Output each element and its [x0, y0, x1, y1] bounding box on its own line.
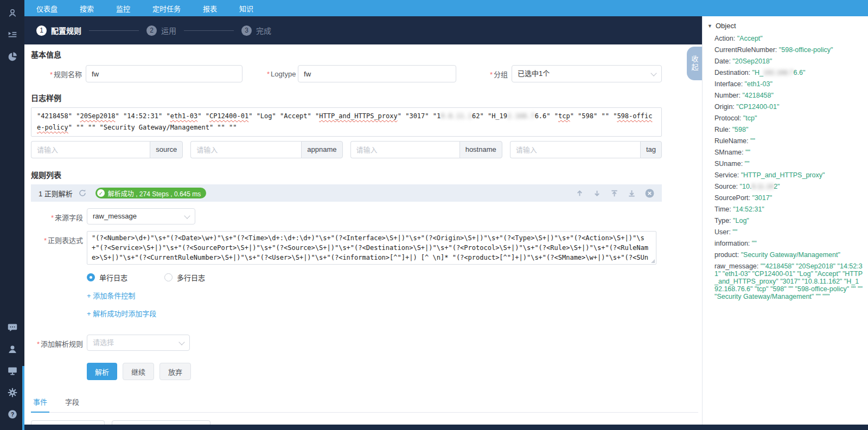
regex-textarea[interactable]: "(?<Number>\d+)"\s+"(?<Date>\w+)"\s+"(?<… [87, 231, 656, 265]
menu-list-icon[interactable] [0, 24, 24, 46]
source-input[interactable] [31, 141, 150, 158]
entry-key: raw_message: [714, 262, 761, 270]
tag-input[interactable] [510, 141, 640, 158]
move-down-icon[interactable] [593, 189, 601, 197]
nav-tab-定时任务[interactable]: 定时任务 [152, 3, 181, 14]
log-text: 62" "H_19 [472, 112, 507, 120]
log-text: "4218458" " [37, 112, 80, 120]
help-icon[interactable]: ? [0, 403, 24, 425]
close-icon[interactable] [645, 189, 654, 198]
log-text: " "598" "" " [570, 112, 617, 120]
rule-list-title: 规则列表 [31, 169, 702, 180]
add-condition-link[interactable]: + 添加条件控制 [87, 290, 702, 300]
chat-icon[interactable] [0, 317, 24, 338]
object-entry-SourcePort: SourcePort: "3017" [714, 194, 863, 202]
continue-button[interactable]: 继续 [123, 363, 154, 380]
chevron-down-icon [178, 339, 184, 345]
nav-tab-仪表盘[interactable]: 仪表盘 [36, 3, 58, 14]
entry-value: "CP12400-01" [736, 103, 779, 111]
nav-tab-报表[interactable]: 报表 [203, 3, 217, 14]
nav-tab-知识[interactable]: 知识 [239, 3, 253, 14]
entry-value: "tcp" [743, 114, 757, 122]
single-line-label: 单行日志 [99, 272, 127, 283]
object-entry-Type: Type: "Log" [714, 217, 863, 224]
entry-key: product: [714, 251, 741, 259]
step-1: 1配置规则 [36, 25, 81, 36]
entry-key: SUname: [714, 160, 745, 168]
entry-value: "H_192.168.76.6" [752, 69, 805, 76]
nav-tab-监控[interactable]: 监控 [116, 3, 130, 14]
sample-extract-inputs: sourceappnamehostnametag [31, 141, 662, 158]
entry-value: "3017" [752, 194, 772, 202]
log-sample-box[interactable]: "4218458" "20Sep2018" "14:52:31" "eth1-0… [31, 107, 662, 137]
collapse-panel-button[interactable]: 收起 [687, 47, 702, 80]
add-parse-rule-select[interactable]: 请选择 [87, 335, 190, 351]
source-field-value: raw_message [93, 212, 137, 220]
log-text: " " [197, 112, 209, 120]
source-field-select[interactable]: raw_message [87, 208, 195, 224]
gear-icon[interactable] [0, 382, 24, 403]
parse-button[interactable]: 解析 [87, 363, 117, 380]
entry-value: "" [752, 240, 757, 247]
entry-value: "598" [732, 126, 749, 133]
log-text: " "Log" "Accept" " [248, 112, 319, 120]
abandon-button[interactable]: 放弃 [159, 363, 191, 380]
log-text: " "14:52:31" " [116, 112, 170, 120]
entry-value: "" [745, 149, 750, 156]
group-select[interactable]: 已选中1个 [512, 65, 662, 82]
step-label: 配置规则 [51, 25, 81, 36]
log-text: " "" "" "Security Gateway/Management" ""… [68, 124, 237, 131]
user-icon[interactable] [0, 338, 24, 360]
entry-key: Action: [714, 35, 737, 42]
entry-key: SMname: [714, 149, 745, 156]
entry-key: Protocol: [714, 114, 743, 122]
redacted-text: 192.168.7 [763, 69, 794, 76]
parse-success-badge: ✓ 解析成功 , 274 Steps , 0.645 ms [95, 188, 206, 198]
entry-value: "4218458" [742, 92, 774, 99]
object-entry-RuleName: RuleName: "" [714, 137, 863, 145]
monitor-icon[interactable] [0, 360, 24, 382]
single-line-radio[interactable] [87, 273, 95, 281]
object-tree-entries: Action: "Accept"CurrentRuleNumber: "598-… [707, 35, 863, 300]
entry-key: Service: [714, 171, 741, 179]
rule-row-header: 1 正则解析 ✓ 解析成功 , 274 Steps , 0.645 ms [31, 184, 662, 202]
entry-key: Interface: [714, 80, 745, 88]
object-tree-root[interactable]: ▼ Object [707, 22, 863, 30]
hostname-input[interactable] [350, 141, 459, 158]
logtype-label: Logtype [267, 70, 294, 78]
tab-字段[interactable]: 字段 [63, 393, 81, 412]
refresh-icon[interactable] [78, 189, 87, 197]
redacted-text: 2.168.7 [507, 112, 535, 120]
appname-input[interactable] [190, 141, 301, 158]
move-to-bottom-icon[interactable] [628, 189, 636, 197]
pie-chart-icon[interactable] [0, 46, 24, 67]
entry-key: Source: [714, 183, 740, 190]
log-text: " "3017" "1 [398, 112, 441, 120]
move-up-icon[interactable] [576, 189, 584, 197]
multi-line-radio[interactable] [164, 273, 173, 281]
top-navbar: 仪表盘搜索监控定时任务报表知识 [24, 0, 868, 16]
step-number: 1 [36, 25, 47, 36]
entry-key: User: [714, 228, 732, 236]
nav-tab-搜索[interactable]: 搜索 [80, 3, 94, 14]
multi-line-label: 多行日志 [177, 272, 205, 283]
entry-key: RuleName: [714, 137, 750, 145]
user-badge-icon[interactable] [0, 2, 24, 24]
triangle-down-icon: ▼ [707, 23, 712, 29]
sample-input-source: source [31, 141, 183, 158]
tab-事件[interactable]: 事件 [31, 393, 49, 413]
object-entry-Date: Date: "20Sep2018" [714, 57, 863, 65]
rule-name-input[interactable] [86, 65, 242, 82]
add-parse-rule-row: 添加解析规则 请选择 [31, 335, 702, 351]
logtype-input[interactable] [298, 65, 456, 82]
entry-value: "20Sep2018" [732, 57, 772, 65]
object-entry-Service: Service: "HTTP_and_HTTPS_proxy" [714, 171, 863, 179]
entry-value: "Log" [733, 217, 749, 224]
add-field-on-success-link[interactable]: + 解析成功时添加字段 [87, 308, 702, 318]
tag-suffix-label: tag [640, 141, 662, 158]
source-field-label: 来源字段 [31, 208, 83, 224]
move-to-top-icon[interactable] [610, 189, 618, 197]
svg-text:?: ? [10, 412, 14, 418]
object-entry-Number: Number: "4218458" [714, 92, 863, 99]
object-tree-panel: ▼ Object Action: "Accept"CurrentRuleNumb… [702, 16, 868, 425]
